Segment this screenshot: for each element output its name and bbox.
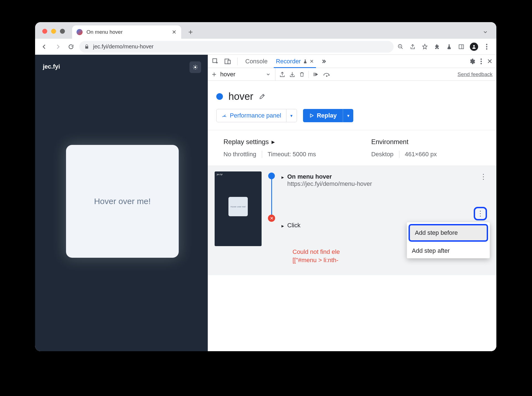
- recording-select[interactable]: hover: [220, 68, 275, 80]
- profile-avatar[interactable]: [470, 43, 478, 51]
- forward-button[interactable]: [53, 42, 63, 52]
- replay-button[interactable]: Replay ▾: [303, 109, 353, 122]
- import-icon[interactable]: [289, 71, 295, 77]
- recorder-actions: Performance panel ▾ Replay ▾: [208, 109, 496, 130]
- close-devtools-icon[interactable]: ✕: [487, 58, 493, 65]
- tab-recorder-label: Recorder: [276, 58, 301, 65]
- tab-recorder[interactable]: Recorder ✕: [274, 55, 315, 68]
- svg-point-14: [326, 75, 328, 77]
- zoom-icon[interactable]: [397, 43, 404, 50]
- svg-point-3: [486, 44, 488, 45]
- replay-settings: Replay settings ▸ No throttling Timeout:…: [223, 138, 316, 158]
- reload-button[interactable]: [66, 42, 76, 52]
- extensions-icon[interactable]: [433, 43, 441, 50]
- timeline-dot-success: [268, 173, 275, 179]
- svg-rect-13: [314, 72, 315, 76]
- browser-tab[interactable]: On menu hover ✕: [72, 25, 181, 39]
- play-icon: [309, 113, 314, 118]
- step-menu-button-highlighted[interactable]: ⋮: [474, 207, 487, 220]
- step-over-icon[interactable]: [313, 71, 319, 77]
- maximize-window-icon[interactable]: [60, 29, 65, 34]
- env-device: Desktop: [371, 151, 394, 158]
- send-feedback-link[interactable]: Send feedback: [457, 71, 493, 77]
- thumb-card: Hover over me!: [228, 197, 248, 216]
- step-title: Click: [287, 222, 301, 229]
- new-tab-button[interactable]: +: [185, 27, 196, 38]
- chevron-down-icon: [266, 72, 271, 77]
- favicon-icon: [77, 29, 83, 35]
- env-size: 461×660 px: [405, 151, 437, 158]
- environment-label: Environment: [371, 138, 409, 146]
- close-window-icon[interactable]: [42, 29, 47, 34]
- window-controls: [35, 29, 72, 39]
- replay-settings-row: Replay settings ▸ No throttling Timeout:…: [208, 130, 496, 166]
- recorder-toolbar: + hover Send feedback: [208, 68, 496, 81]
- recording-title: hover: [228, 91, 253, 102]
- delete-icon[interactable]: [299, 71, 305, 77]
- url-text: jec.fyi/demo/menu-hover: [93, 43, 154, 50]
- page-brand: jec.fyi: [43, 63, 60, 70]
- menu-add-step-after[interactable]: Add step after: [407, 243, 490, 258]
- svg-point-5: [486, 48, 488, 50]
- hover-card-text: Hover over me!: [94, 197, 151, 206]
- gauge-icon: [222, 113, 227, 118]
- flask-icon: [303, 59, 307, 64]
- menu-icon[interactable]: [483, 43, 490, 50]
- edit-title-icon[interactable]: [259, 93, 265, 100]
- recording-select-value: hover: [220, 71, 235, 78]
- page-viewport: jec.fyi Hover over me!: [35, 55, 208, 351]
- theme-toggle-button[interactable]: [189, 61, 201, 73]
- hover-card[interactable]: Hover over me!: [66, 145, 179, 258]
- toolbar-actions: [397, 43, 492, 51]
- tab-console[interactable]: Console: [244, 55, 269, 68]
- replay-dropdown[interactable]: ▾: [343, 109, 353, 122]
- step-icon[interactable]: [323, 72, 330, 77]
- devtools-panel: Console Recorder ✕ ✕ + hover: [208, 55, 496, 351]
- steps-list: jec.fyi Hover over me! ✕ ▸: [208, 166, 496, 275]
- svg-rect-9: [228, 60, 230, 64]
- step-navigate[interactable]: ▸ On menu hover https://jec.fyi/demo/men…: [281, 171, 490, 189]
- labs-icon[interactable]: [446, 43, 453, 50]
- gear-icon[interactable]: [469, 58, 475, 65]
- performance-panel-button[interactable]: Performance panel ▾: [216, 109, 297, 122]
- minimize-window-icon[interactable]: [51, 29, 56, 34]
- step-url: https://jec.fyi/demo/menu-hover: [287, 180, 372, 187]
- more-tabs-icon[interactable]: [320, 58, 326, 64]
- replay-settings-toggle[interactable]: Replay settings ▸: [223, 138, 316, 146]
- export-icon[interactable]: [279, 71, 285, 77]
- tab-console-label: Console: [245, 58, 268, 65]
- step-thumbnail: jec.fyi Hover over me!: [215, 171, 262, 246]
- svg-point-6: [194, 66, 196, 68]
- svg-point-15: [224, 116, 225, 117]
- throttling-value: No throttling: [223, 151, 256, 158]
- close-tab-icon[interactable]: ✕: [310, 58, 314, 64]
- caret-right-icon[interactable]: ▸: [281, 174, 284, 180]
- menu-add-step-before[interactable]: Add step before: [409, 224, 488, 242]
- inspect-icon[interactable]: [212, 58, 219, 65]
- recorder-body: hover Performance panel ▾ Re: [208, 81, 496, 351]
- svg-point-4: [486, 46, 488, 47]
- environment-settings: Environment Desktop 461×660 px: [371, 138, 437, 158]
- svg-point-2: [473, 45, 475, 47]
- close-tab-icon[interactable]: ✕: [171, 29, 177, 35]
- new-recording-icon[interactable]: +: [212, 70, 216, 79]
- browser-window: On menu hover ✕ + jec.fyi/demo/menu-hove…: [35, 22, 496, 351]
- recording-status-dot: [216, 93, 223, 100]
- performance-panel-dropdown[interactable]: ▾: [286, 109, 297, 122]
- thumb-brand: jec.fyi: [217, 173, 222, 176]
- kebab-icon[interactable]: [480, 58, 482, 64]
- step-menu-button[interactable]: ⋮: [480, 173, 487, 181]
- timeline-dot-error: ✕: [268, 215, 275, 222]
- tab-search-icon[interactable]: [480, 27, 491, 38]
- device-toggle-icon[interactable]: [224, 58, 231, 65]
- caret-right-icon[interactable]: ▸: [281, 223, 284, 229]
- address-bar[interactable]: jec.fyi/demo/menu-hover: [79, 41, 394, 53]
- toolbar: jec.fyi/demo/menu-hover: [35, 39, 496, 55]
- side-panel-icon[interactable]: [458, 43, 465, 50]
- back-button[interactable]: [39, 42, 49, 52]
- step-title: On menu hover: [287, 173, 372, 180]
- share-icon[interactable]: [409, 43, 416, 50]
- performance-panel-label: Performance panel: [230, 112, 281, 119]
- bookmark-icon[interactable]: [421, 43, 428, 50]
- svg-point-12: [481, 63, 482, 64]
